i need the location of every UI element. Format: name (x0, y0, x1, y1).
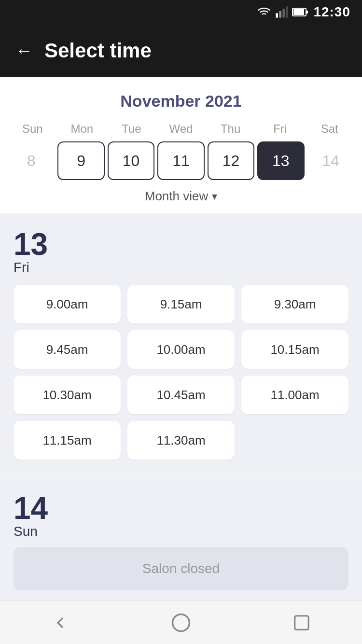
svg-rect-6 (293, 9, 304, 15)
time-slot-945am[interactable]: 9.45am (14, 330, 121, 369)
weekday-sun: Sun (8, 122, 57, 136)
cal-day-9[interactable]: 9 (57, 141, 104, 180)
svg-rect-5 (306, 11, 308, 14)
back-nav-icon (51, 613, 70, 632)
day-13-number: 13 (14, 229, 48, 260)
cal-day-13[interactable]: 13 (257, 141, 304, 180)
salon-closed-message: Salon closed (14, 547, 348, 590)
time-slot-930am[interactable]: 9.30am (241, 285, 348, 323)
nav-recents-button[interactable] (287, 608, 316, 637)
chevron-down-icon: ▾ (212, 190, 217, 203)
day-13-name: Fri (14, 260, 29, 275)
weekday-wed: Wed (156, 122, 206, 136)
time-slot-1015am[interactable]: 10.15am (241, 330, 348, 369)
day-14-header: 14 Sun (14, 493, 348, 539)
closed-section-14: 14 Sun Salon closed (0, 481, 362, 610)
svg-rect-2 (283, 9, 285, 18)
calendar-row: 8 9 10 11 12 13 14 (0, 141, 362, 180)
nav-back-button[interactable] (46, 608, 75, 637)
cal-day-10[interactable]: 10 (108, 141, 154, 180)
nav-home-button[interactable] (167, 608, 195, 637)
cal-day-8[interactable]: 8 (8, 141, 55, 180)
cal-day-14[interactable]: 14 (307, 141, 354, 180)
time-slot-1115am[interactable]: 11.15am (14, 421, 121, 460)
weekday-labels: Sun Mon Tue Wed Thu Fri Sat (0, 122, 362, 136)
status-icons: 12:30 (257, 4, 350, 20)
day-13-header: 13 Fri (14, 229, 348, 275)
day-14-name: Sun (14, 524, 38, 539)
status-bar: 12:30 (0, 0, 362, 24)
svg-point-7 (173, 614, 190, 631)
weekday-thu: Thu (206, 122, 255, 136)
cal-day-11[interactable]: 11 (157, 141, 204, 180)
calendar-section: November 2021 Sun Mon Tue Wed Thu Fri Sa… (0, 77, 362, 213)
time-slot-1130am[interactable]: 11.30am (127, 421, 235, 460)
app-header: ← Select time (0, 24, 362, 77)
cal-day-12[interactable]: 12 (208, 141, 254, 180)
svg-rect-1 (279, 11, 282, 18)
time-slot-1030am[interactable]: 10.30am (14, 376, 121, 414)
month-view-label: Month view (145, 189, 209, 204)
weekday-mon: Mon (57, 122, 107, 136)
time-section-13: 13 Fri 9.00am 9.15am 9.30am 9.45am 10.00… (0, 217, 362, 471)
time-slot-900am[interactable]: 9.00am (14, 285, 121, 323)
battery-icon (292, 6, 309, 18)
month-year-label: November 2021 (0, 92, 362, 111)
bottom-nav (0, 601, 362, 644)
weekday-fri: Fri (255, 122, 305, 136)
time-slot-915am[interactable]: 9.15am (127, 285, 235, 323)
wifi-icon (257, 5, 271, 19)
page-title: Select time (44, 39, 152, 62)
day-14-number: 14 (14, 493, 48, 524)
svg-rect-3 (286, 6, 289, 17)
time-slot-1045am[interactable]: 10.45am (127, 376, 235, 414)
recents-square-icon (292, 614, 311, 632)
back-button[interactable]: ← (15, 42, 33, 59)
weekday-tue: Tue (107, 122, 156, 136)
svg-rect-8 (295, 616, 309, 630)
signal-icon (275, 5, 288, 19)
time-slot-1000am[interactable]: 10.00am (127, 330, 235, 369)
svg-rect-0 (276, 13, 278, 17)
month-view-toggle[interactable]: Month view ▾ (0, 189, 362, 204)
home-circle-icon (171, 613, 191, 633)
time-slot-1100am[interactable]: 11.00am (241, 376, 348, 414)
time-slots-grid: 9.00am 9.15am 9.30am 9.45am 10.00am 10.1… (14, 285, 348, 460)
weekday-sat: Sat (305, 122, 354, 136)
status-time: 12:30 (313, 4, 350, 20)
